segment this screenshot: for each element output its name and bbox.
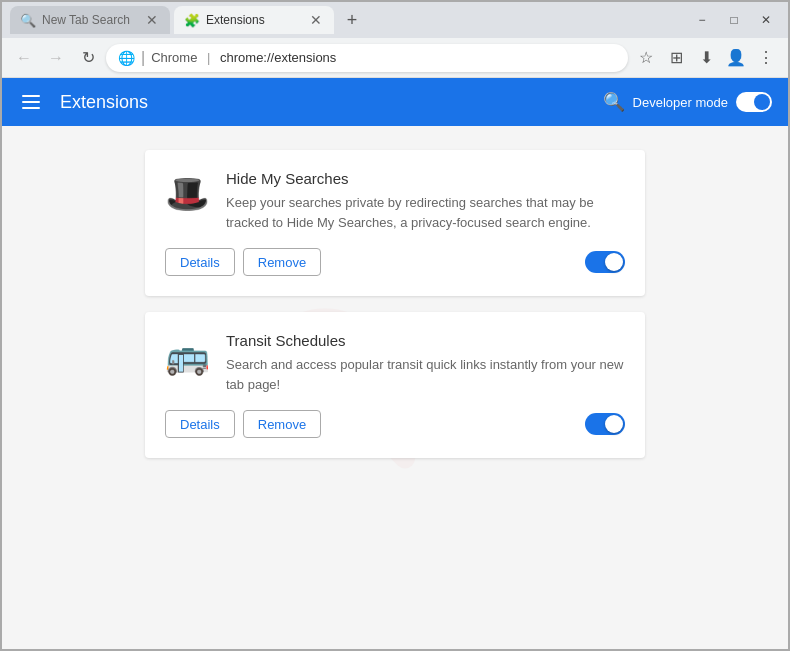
hamburger-menu[interactable] — [18, 91, 44, 113]
hamburger-line-2 — [22, 101, 40, 103]
hamburger-line-1 — [22, 95, 40, 97]
developer-mode-toggle[interactable] — [736, 92, 772, 112]
hide-my-searches-remove-button[interactable]: Remove — [243, 248, 321, 276]
hide-my-searches-toggle[interactable] — [585, 251, 625, 273]
extensions-header: Extensions 🔍 Developer mode — [2, 78, 788, 126]
transit-schedules-description: Search and access popular transit quick … — [226, 355, 625, 394]
close-button[interactable]: ✕ — [752, 10, 780, 30]
transit-schedules-toggle[interactable] — [585, 413, 625, 435]
back-button[interactable]: ← — [10, 44, 38, 72]
profile-download-icon[interactable]: ⬇ — [692, 44, 720, 72]
new-tab-search-icon: 🔍 — [20, 13, 36, 28]
tab-new-tab-search-label: New Tab Search — [42, 13, 130, 27]
reload-button[interactable]: ↻ — [74, 44, 102, 72]
title-bar: 🔍 New Tab Search ✕ 🧩 Extensions ✕ + − □ … — [2, 2, 788, 38]
new-tab-button[interactable]: + — [338, 6, 366, 34]
extension-card-hide-my-searches: 🎩 Hide My Searches Keep your searches pr… — [145, 150, 645, 296]
extension-card-bottom-1: Details Remove — [165, 248, 625, 276]
extensions-page-title: Extensions — [60, 92, 148, 113]
hide-my-searches-icon: 🎩 — [165, 170, 210, 218]
transit-schedules-icon: 🚌 — [165, 332, 210, 380]
chrome-icon: 🌐 — [118, 50, 135, 66]
browser-frame: 🔍 New Tab Search ✕ 🧩 Extensions ✕ + − □ … — [0, 0, 790, 651]
hamburger-line-3 — [22, 107, 40, 109]
tab-new-tab-search[interactable]: 🔍 New Tab Search ✕ — [10, 6, 170, 34]
address-field[interactable]: 🌐 | Chrome | chrome://extensions — [106, 44, 628, 72]
address-prefix: Chrome — [151, 50, 197, 65]
tab-extensions-label: Extensions — [206, 13, 265, 27]
hide-my-searches-name: Hide My Searches — [226, 170, 625, 187]
extensions-tab-icon: 🧩 — [184, 13, 200, 28]
hide-my-searches-info: Hide My Searches Keep your searches priv… — [226, 170, 625, 232]
toolbar-icons: ☆ ⊞ ⬇ 👤 ⋮ — [632, 44, 780, 72]
transit-schedules-details-button[interactable]: Details — [165, 410, 235, 438]
minimize-button[interactable]: − — [688, 10, 716, 30]
transit-schedules-remove-button[interactable]: Remove — [243, 410, 321, 438]
address-separator: | — [141, 49, 145, 67]
maximize-button[interactable]: □ — [720, 10, 748, 30]
extensions-content: fishin.com 🎩 Hide My Searches Keep your … — [2, 126, 788, 649]
address-url: chrome://extensions — [220, 50, 336, 65]
extensions-toolbar-icon[interactable]: ⊞ — [662, 44, 690, 72]
address-separator2: | — [203, 50, 214, 65]
extension-card-top-1: 🎩 Hide My Searches Keep your searches pr… — [165, 170, 625, 232]
hide-my-searches-description: Keep your searches private by redirectin… — [226, 193, 625, 232]
tab-new-tab-search-close[interactable]: ✕ — [144, 12, 160, 28]
menu-icon[interactable]: ⋮ — [752, 44, 780, 72]
extension-card-bottom-2: Details Remove — [165, 410, 625, 438]
transit-schedules-name: Transit Schedules — [226, 332, 625, 349]
hide-my-searches-details-button[interactable]: Details — [165, 248, 235, 276]
extensions-search-icon[interactable]: 🔍 — [603, 91, 625, 113]
window-controls: − □ ✕ — [688, 10, 780, 30]
address-bar: ← → ↻ 🌐 | Chrome | chrome://extensions ☆… — [2, 38, 788, 78]
extension-card-top-2: 🚌 Transit Schedules Search and access po… — [165, 332, 625, 394]
extension-card-transit-schedules: 🚌 Transit Schedules Search and access po… — [145, 312, 645, 458]
tab-extensions-close[interactable]: ✕ — [308, 12, 324, 28]
transit-schedules-info: Transit Schedules Search and access popu… — [226, 332, 625, 394]
bookmark-icon[interactable]: ☆ — [632, 44, 660, 72]
extensions-header-right: 🔍 Developer mode — [603, 91, 772, 113]
forward-button[interactable]: → — [42, 44, 70, 72]
tab-extensions[interactable]: 🧩 Extensions ✕ — [174, 6, 334, 34]
developer-mode-label: Developer mode — [633, 95, 728, 110]
profile-icon[interactable]: 👤 — [722, 44, 750, 72]
